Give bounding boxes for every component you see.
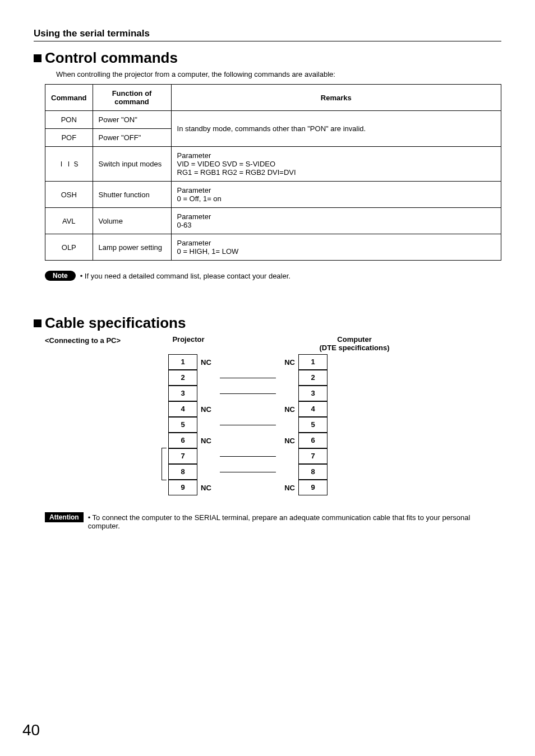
pin-cell-right: 5 [298, 417, 328, 433]
table-cell-remarks: Parameter 0 = HIGH, 1= LOW [171, 234, 501, 261]
pin-cell-right: 7 [298, 448, 328, 464]
square-bullet-icon [34, 54, 41, 62]
pin-cell-right: 3 [298, 386, 328, 401]
table-cell-remarks: Parameter 0-63 [171, 208, 501, 234]
cable-body: <Connecting to a PC> Projector Computer … [45, 335, 501, 495]
table-cell-command: OSH [45, 182, 93, 208]
square-bullet-icon [34, 319, 41, 327]
pin-cell-left: 8 [168, 464, 197, 480]
bracket-icon [162, 448, 167, 480]
th-remarks: Remarks [171, 85, 501, 111]
pin-cell-left: 2 [168, 370, 197, 386]
connection-line-icon [220, 425, 276, 425]
nc-label-right: NC [276, 405, 298, 414]
th-command: Command [45, 85, 93, 111]
table-cell-remarks: In standby mode, commands other than "PO… [171, 111, 501, 147]
pin-row: 9NCNC9 [168, 480, 399, 495]
connection-line-icon [220, 393, 276, 394]
heading-row-2: Cable specifications [34, 314, 501, 332]
nc-label-right: NC [276, 437, 298, 445]
pin-row: 88 [168, 464, 399, 480]
table-cell-command: PON [45, 111, 93, 129]
projector-header: Projector [168, 335, 209, 352]
computer-header: Computer (DTE specifications) [310, 335, 399, 352]
heading-control-commands: Control commands [45, 49, 178, 67]
pin-row: 1NCNC1 [168, 354, 399, 370]
pin-cell-left: 4 [168, 401, 197, 417]
table-cell-function: Power "ON" [93, 111, 171, 129]
table-cell-command: ＩＩＳ [45, 147, 93, 182]
connection-line-icon [220, 472, 276, 472]
nc-label-left: NC [197, 484, 220, 492]
commands-table: Command Function of command Remarks PONP… [45, 84, 501, 261]
pin-row: 22 [168, 370, 399, 386]
attention-row: Attention • To connect the computer to t… [45, 512, 501, 530]
attention-text: • To connect the computer to the SERIAL … [88, 512, 501, 530]
table-cell-command: OLP [45, 234, 93, 261]
pinout-headers: Projector Computer (DTE specifications) [168, 335, 399, 352]
table-cell-function: Switch input modes [93, 147, 171, 182]
connection-line-icon [220, 456, 276, 457]
note-pill: Note [45, 271, 76, 281]
connection-line-icon [220, 378, 276, 378]
nc-label-left: NC [197, 405, 220, 414]
table-cell-function: Volume [93, 208, 171, 234]
section-title: Using the serial terminals [34, 28, 501, 41]
table-cell-remarks: Parameter 0 = Off, 1= on [171, 182, 501, 208]
pin-cell-right: 9 [298, 480, 328, 495]
intro-text-1: When controlling the projector from a co… [56, 70, 501, 78]
nc-label-left: NC [197, 358, 220, 367]
pin-cell-left: 5 [168, 417, 197, 433]
pin-row: 33 [168, 386, 399, 401]
pin-cell-right: 1 [298, 354, 328, 370]
pin-cell-right: 8 [298, 464, 328, 480]
pin-cell-right: 6 [298, 433, 328, 448]
pinout-table: 1NCNC122334NCNC4556NCNC677889NCNC9 [168, 354, 399, 495]
table-cell-function: Power "OFF" [93, 129, 171, 147]
pin-cell-left: 6 [168, 433, 197, 448]
pin-row: 6NCNC6 [168, 433, 399, 448]
nc-label-right: NC [276, 358, 298, 367]
pin-cell-left: 7 [168, 448, 197, 464]
pin-row: 77 [168, 448, 399, 464]
pin-cell-left: 1 [168, 354, 197, 370]
pin-cell-left: 3 [168, 386, 197, 401]
note-row: Note • If you need a detailed command li… [45, 271, 501, 281]
th-function: Function of command [93, 85, 171, 111]
pin-cell-left: 9 [168, 480, 197, 495]
table-cell-command: POF [45, 129, 93, 147]
nc-label-left: NC [197, 437, 220, 445]
nc-label-right: NC [276, 484, 298, 492]
pinout-wrapper: Projector Computer (DTE specifications) … [168, 335, 399, 495]
connecting-label: <Connecting to a PC> [45, 336, 168, 345]
pin-row: 55 [168, 417, 399, 433]
table-cell-function: Lamp power setting [93, 234, 171, 261]
attention-pill: Attention [45, 512, 84, 522]
table-cell-command: AVL [45, 208, 93, 234]
table-cell-remarks: Parameter VID = VIDEO SVD = S-VIDEO RG1 … [171, 147, 501, 182]
page-number: 40 [22, 721, 40, 739]
heading-cable-specs: Cable specifications [45, 314, 186, 332]
pin-cell-right: 4 [298, 401, 328, 417]
table-cell-function: Shutter function [93, 182, 171, 208]
note-text: • If you need a detailed command list, p… [80, 271, 290, 280]
pin-cell-right: 2 [298, 370, 328, 386]
heading-row-1: Control commands [34, 49, 501, 67]
pin-row: 4NCNC4 [168, 401, 399, 417]
